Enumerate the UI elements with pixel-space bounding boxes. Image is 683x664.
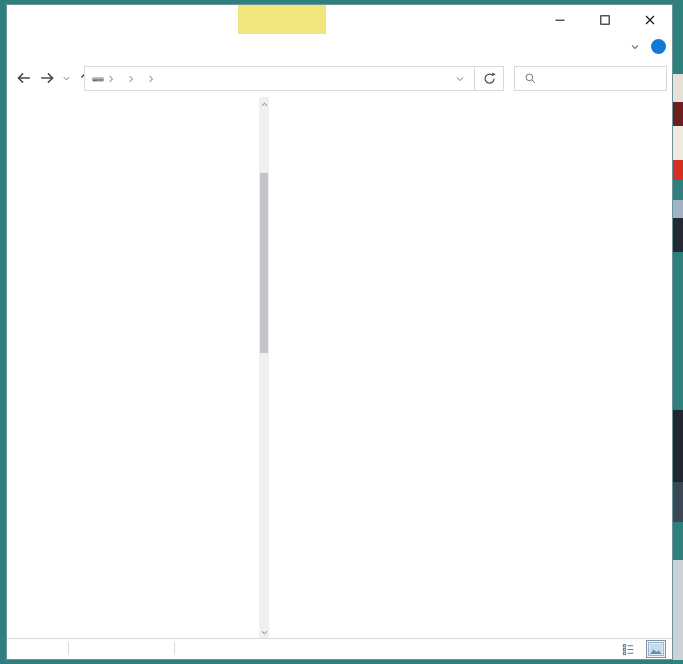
wallpaper-fragment: [672, 102, 683, 126]
back-icon[interactable]: [15, 69, 33, 87]
desktop-background: [0, 0, 683, 664]
thumbnail-view-icon: [648, 642, 664, 656]
details-view-button[interactable]: [619, 640, 638, 659]
details-view-icon: [621, 642, 636, 657]
scrollbar-thumb[interactable]: [260, 173, 268, 353]
wallpaper-fragment: [672, 218, 683, 252]
scroll-up-icon[interactable]: [259, 98, 269, 110]
forward-icon[interactable]: [38, 69, 56, 87]
wallpaper-fragment: [672, 560, 683, 660]
thumbnail-view-button[interactable]: [646, 640, 666, 658]
wallpaper-fragment: [672, 410, 683, 482]
breadcrumb-chevron-icon[interactable]: [105, 73, 117, 85]
status-bar: [7, 638, 672, 659]
contextual-tab-group-play[interactable]: [238, 5, 326, 34]
close-button[interactable]: [627, 5, 672, 34]
ribbon-tab-row: [7, 34, 672, 60]
wallpaper-fragment: [672, 482, 683, 522]
breadcrumb-chevron-icon[interactable]: [125, 73, 137, 85]
title-bar: [7, 5, 672, 34]
drive-icon: [91, 72, 105, 86]
status-separator: [174, 642, 175, 655]
breadcrumb-chevron-icon[interactable]: [145, 73, 157, 85]
help-button[interactable]: [651, 39, 666, 54]
wallpaper-fragment: [672, 160, 683, 180]
maximize-button[interactable]: [582, 5, 627, 34]
file-list-pane: [269, 97, 672, 639]
close-icon: [642, 12, 658, 28]
search-input[interactable]: [514, 66, 667, 91]
address-bar[interactable]: [84, 66, 504, 91]
wallpaper-fragment: [672, 200, 683, 218]
address-dropdown-chevron-icon[interactable]: [446, 73, 474, 85]
minimize-button[interactable]: [537, 5, 582, 34]
navigation-pane: [7, 97, 259, 639]
window-controls: [537, 5, 672, 34]
status-separator: [68, 642, 69, 655]
address-bar-row: [7, 59, 672, 97]
sidebar-scrollbar[interactable]: [259, 97, 269, 639]
maximize-icon: [597, 12, 613, 28]
expand-ribbon-chevron-icon[interactable]: [628, 40, 642, 54]
search-icon: [524, 72, 537, 85]
explorer-body: [7, 97, 672, 639]
recent-locations-chevron-icon[interactable]: [61, 73, 72, 84]
scroll-down-icon[interactable]: [259, 626, 269, 638]
wallpaper-fragment: [672, 74, 683, 102]
refresh-icon[interactable]: [475, 71, 503, 86]
wallpaper-fragment: [672, 126, 683, 160]
minimize-icon: [552, 12, 568, 28]
file-explorer-window: [6, 4, 673, 660]
